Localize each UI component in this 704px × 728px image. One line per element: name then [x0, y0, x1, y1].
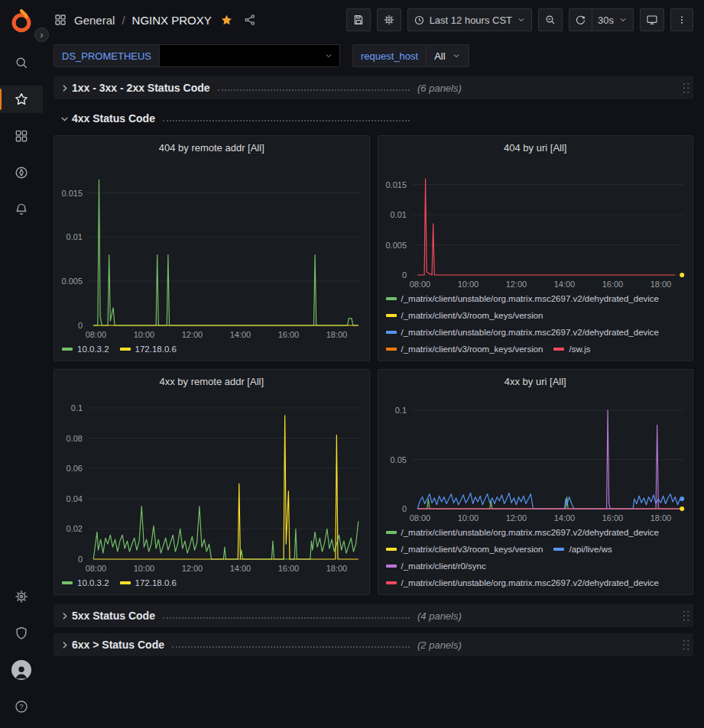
panel-title[interactable]: 404 by remote addr [All] — [54, 136, 369, 159]
svg-text:18:00: 18:00 — [650, 280, 671, 289]
timeseries-chart-4xx-by-remote-addr[interactable]: 00.020.040.060.080.108:0010:0012:0014:00… — [54, 393, 369, 574]
row-1xx-3xx-2xx[interactable]: 1xx - 3xx - 2xx Status Code (6 panels) — [54, 76, 693, 99]
svg-text:0: 0 — [401, 270, 406, 280]
request-host-variable-value: All — [434, 50, 445, 62]
grafana-logo-icon[interactable] — [6, 6, 37, 37]
svg-text:16:00: 16:00 — [602, 513, 623, 523]
apps-grid-icon[interactable] — [54, 13, 67, 27]
tv-mode-button[interactable] — [640, 8, 664, 31]
legend-item[interactable]: /_matrix/client/unstable/org.matrix.msc2… — [386, 324, 660, 341]
gear-icon — [383, 14, 395, 26]
svg-text:0.08: 0.08 — [67, 434, 83, 443]
row-drag-handle[interactable] — [682, 639, 690, 652]
breadcrumb-separator: / — [122, 14, 125, 27]
sidebar-bottom: ? — [0, 583, 43, 720]
legend-item[interactable]: /api/live/ws — [553, 541, 612, 558]
save-icon — [352, 14, 365, 26]
dashboard-settings-button[interactable] — [377, 8, 401, 31]
request-host-variable-label[interactable]: request_host — [352, 44, 427, 67]
breadcrumb-dashboard-title[interactable]: NGINX PROXY — [132, 14, 212, 27]
svg-text:08:00: 08:00 — [86, 564, 107, 573]
legend-item[interactable]: /_matrix/client/unstable/org.matrix.msc2… — [386, 524, 660, 541]
legend-item[interactable]: /_matrix/client/unstable/org.matrix.msc2… — [386, 574, 660, 591]
panel-title[interactable]: 4xx by uri [All] — [378, 370, 693, 393]
svg-text:10:00: 10:00 — [457, 513, 479, 523]
timeseries-chart-404-by-uri[interactable]: 00.0050.010.01508:0010:0012:0014:0016:00… — [378, 159, 693, 290]
share-icon[interactable] — [243, 13, 257, 27]
panel-title[interactable]: 4xx by remote addr [All] — [54, 370, 369, 393]
legend-item[interactable]: /_matrix/client/v3/room_keys/version — [386, 341, 543, 358]
gear-icon — [14, 589, 29, 604]
legend-item[interactable]: 10.0.3.2 — [62, 341, 109, 358]
sidebar-nav — [0, 49, 43, 223]
sidebar-item-profile[interactable] — [0, 656, 43, 684]
chevron-down-icon — [57, 114, 72, 124]
time-range-picker[interactable]: Last 12 hours CST — [407, 8, 532, 31]
zoom-out-button[interactable] — [538, 8, 563, 31]
row-title: 1xx - 3xx - 2xx Status Code — [72, 82, 210, 94]
svg-text:12:00: 12:00 — [182, 330, 203, 339]
search-icon — [14, 55, 29, 70]
svg-text:0: 0 — [78, 321, 83, 330]
datasource-variable-label[interactable]: DS_PROMETHEUS — [54, 44, 160, 67]
legend-item[interactable]: 10.0.3.2 — [62, 574, 109, 591]
sidebar-item-explore[interactable] — [0, 159, 43, 186]
svg-text:12:00: 12:00 — [505, 513, 527, 523]
row-drag-handle[interactable] — [682, 610, 690, 623]
legend-item[interactable]: 172.18.0.6 — [120, 574, 177, 591]
sidebar-item-help[interactable]: ? — [0, 693, 43, 720]
refresh-icon — [575, 15, 586, 26]
save-dashboard-button[interactable] — [346, 8, 371, 31]
kebab-menu-button[interactable] — [670, 8, 693, 31]
request-host-variable-select[interactable]: All — [427, 44, 469, 67]
row-6xx[interactable]: 6xx > Status Code (2 panels) — [54, 633, 693, 656]
sidebar-item-admin[interactable] — [0, 620, 43, 647]
timeseries-chart-404-by-remote-addr[interactable]: 00.0050.010.01508:0010:0012:0014:0016:00… — [54, 159, 369, 341]
sidebar-item-starred[interactable] — [0, 86, 43, 113]
svg-text:0.01: 0.01 — [67, 232, 83, 241]
timeseries-chart-4xx-by-uri[interactable]: 00.050.108:0010:0012:0014:0016:0018:00 — [378, 393, 693, 524]
svg-text:18:00: 18:00 — [326, 564, 348, 573]
chevron-right-icon — [57, 611, 72, 621]
legend-item[interactable]: /_matrix/client/unstable/org.matrix.msc2… — [386, 290, 660, 307]
sidebar-item-dashboards[interactable] — [0, 122, 43, 150]
refresh-group: 30s — [569, 8, 634, 31]
svg-text:0.05: 0.05 — [390, 455, 406, 464]
sidebar-expand-button[interactable]: › — [34, 28, 49, 42]
dashboard-toolbar: Last 12 hours CST — [346, 8, 693, 31]
svg-text:0.015: 0.015 — [385, 180, 407, 189]
sidebar-item-search[interactable] — [0, 49, 43, 76]
chart-legend: /_matrix/client/unstable/org.matrix.msc2… — [378, 290, 693, 361]
svg-text:0.04: 0.04 — [67, 494, 83, 503]
svg-text:18:00: 18:00 — [650, 513, 671, 523]
panel-title[interactable]: 404 by uri [All] — [378, 136, 693, 159]
legend-item[interactable]: /_matrix/client/v3/room_keys/version — [386, 541, 543, 558]
user-avatar — [11, 660, 31, 680]
svg-text:08:00: 08:00 — [86, 330, 107, 339]
refresh-interval-select[interactable]: 30s — [592, 8, 634, 31]
favorite-star-icon[interactable] — [220, 14, 233, 27]
svg-text:10:00: 10:00 — [134, 330, 155, 339]
sidebar-item-alerting[interactable] — [0, 196, 43, 223]
row-drag-handle[interactable] — [682, 82, 690, 95]
help-icon: ? — [14, 699, 29, 714]
row-4xx[interactable]: 4xx Status Code — [54, 107, 693, 130]
legend-item[interactable]: /_matrix/client/v3/room_keys/version — [386, 307, 543, 324]
legend-item[interactable]: /sw.js — [553, 341, 590, 358]
svg-text:16:00: 16:00 — [278, 564, 300, 573]
grafana-app: › — [0, 0, 704, 728]
row-dotted-leader — [163, 120, 410, 121]
dashboard-submenu: DS_PROMETHEUS request_host All — [43, 40, 704, 72]
chevron-down-icon — [618, 15, 628, 24]
svg-text:0.1: 0.1 — [394, 406, 406, 415]
row-5xx[interactable]: 5xx Status Code (4 panels) — [54, 604, 693, 627]
svg-text:16:00: 16:00 — [602, 280, 623, 289]
legend-item[interactable]: 172.18.0.6 — [120, 341, 177, 358]
legend-item[interactable]: /_matrix/client/r0/sync — [386, 558, 486, 574]
svg-text:0.01: 0.01 — [390, 210, 406, 219]
breadcrumb-section[interactable]: General — [74, 14, 115, 27]
sidebar-item-configuration[interactable] — [0, 583, 43, 610]
datasource-variable-select[interactable] — [160, 44, 340, 67]
kebab-icon — [676, 14, 687, 26]
refresh-button[interactable] — [569, 8, 592, 31]
